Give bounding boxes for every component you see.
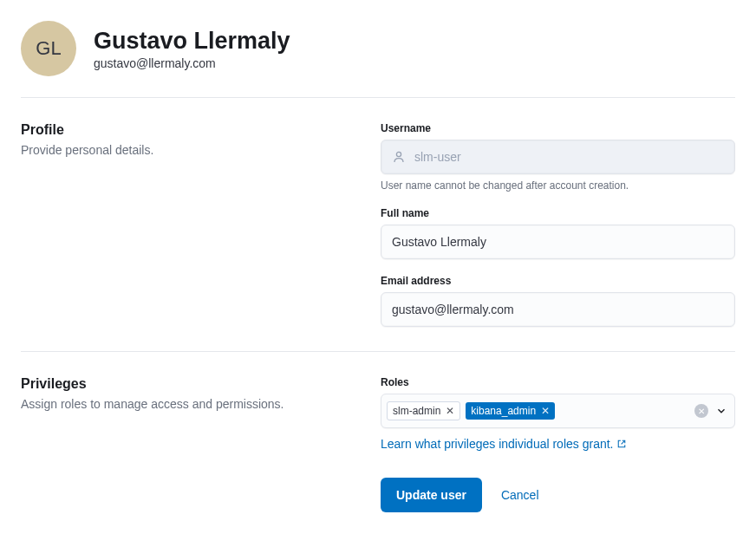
roles-combobox[interactable]: slm-admin ✕ kibana_admin ✕ ✕ [381, 394, 735, 428]
username-value: slm-user [414, 150, 461, 164]
svg-point-0 [396, 152, 401, 156]
page-subtitle: gustavo@llermaly.com [94, 56, 290, 70]
remove-role-icon[interactable]: ✕ [446, 405, 454, 417]
profile-heading: Profile [21, 122, 363, 138]
popout-icon [616, 439, 627, 449]
username-help: User name cannot be changed after accoun… [381, 179, 735, 192]
clear-roles-icon[interactable]: ✕ [694, 404, 708, 418]
role-pill-label: slm-admin [393, 405, 440, 417]
fullname-input[interactable] [381, 225, 735, 259]
privileges-heading: Privileges [21, 376, 363, 392]
username-label: Username [381, 122, 735, 134]
email-label: Email address [381, 275, 735, 287]
fullname-label: Full name [381, 207, 735, 219]
role-pill-label: kibana_admin [471, 405, 536, 417]
page-title: Gustavo Llermaly [94, 28, 290, 55]
privileges-section: Privileges Assign roles to manage access… [21, 352, 735, 534]
cancel-button[interactable]: Cancel [501, 488, 539, 502]
form-actions: Update user Cancel [381, 478, 735, 512]
avatar: GL [21, 21, 76, 76]
learn-privileges-label: Learn what privileges individual roles g… [381, 437, 613, 451]
user-header: GL Gustavo Llermaly gustavo@llermaly.com [21, 21, 735, 98]
learn-privileges-link[interactable]: Learn what privileges individual roles g… [381, 437, 627, 451]
user-icon [392, 150, 406, 164]
profile-description: Provide personal details. [21, 143, 363, 157]
chevron-down-icon[interactable] [715, 405, 727, 417]
privileges-description: Assign roles to manage access and permis… [21, 397, 363, 411]
profile-section: Profile Provide personal details. Userna… [21, 98, 735, 352]
avatar-initials: GL [36, 37, 61, 60]
role-pill[interactable]: slm-admin ✕ [387, 401, 460, 420]
username-input: slm-user [381, 140, 735, 174]
email-input[interactable] [381, 292, 735, 327]
update-user-button[interactable]: Update user [381, 478, 482, 512]
roles-label: Roles [381, 376, 735, 388]
remove-role-icon[interactable]: ✕ [541, 405, 550, 417]
role-pill[interactable]: kibana_admin ✕ [466, 402, 555, 420]
